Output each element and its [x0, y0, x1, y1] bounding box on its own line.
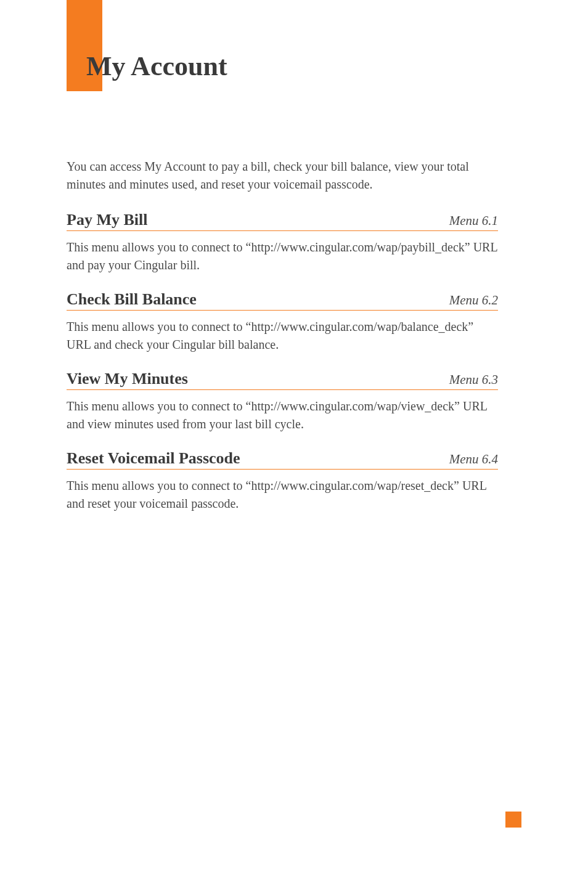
section-heading: Check Bill Balance Menu 6.2	[67, 290, 498, 311]
section-title: View My Minutes	[67, 370, 188, 388]
content-area: You can access My Account to pay a bill,…	[67, 158, 498, 529]
section-view-my-minutes: View My Minutes Menu 6.3 This menu allow…	[67, 370, 498, 433]
section-heading: Pay My Bill Menu 6.1	[67, 211, 498, 231]
section-reset-voicemail-passcode: Reset Voicemail Passcode Menu 6.4 This m…	[67, 449, 498, 513]
menu-label: Menu 6.3	[449, 372, 498, 388]
intro-text: You can access My Account to pay a bill,…	[67, 158, 498, 193]
section-body: This menu allows you to connect to “http…	[67, 238, 498, 274]
footer-accent-square	[505, 812, 521, 828]
section-title: Pay My Bill	[67, 211, 147, 229]
menu-label: Menu 6.1	[449, 213, 498, 229]
section-check-bill-balance: Check Bill Balance Menu 6.2 This menu al…	[67, 290, 498, 354]
section-heading: Reset Voicemail Passcode Menu 6.4	[67, 449, 498, 470]
page-title: My Account	[86, 51, 227, 82]
menu-label: Menu 6.4	[449, 452, 498, 467]
section-title: Reset Voicemail Passcode	[67, 449, 240, 468]
section-body: This menu allows you to connect to “http…	[67, 477, 498, 513]
menu-label: Menu 6.2	[449, 293, 498, 308]
section-pay-my-bill: Pay My Bill Menu 6.1 This menu allows yo…	[67, 211, 498, 274]
section-body: This menu allows you to connect to “http…	[67, 397, 498, 433]
section-heading: View My Minutes Menu 6.3	[67, 370, 498, 390]
section-body: This menu allows you to connect to “http…	[67, 318, 498, 354]
section-title: Check Bill Balance	[67, 290, 197, 309]
